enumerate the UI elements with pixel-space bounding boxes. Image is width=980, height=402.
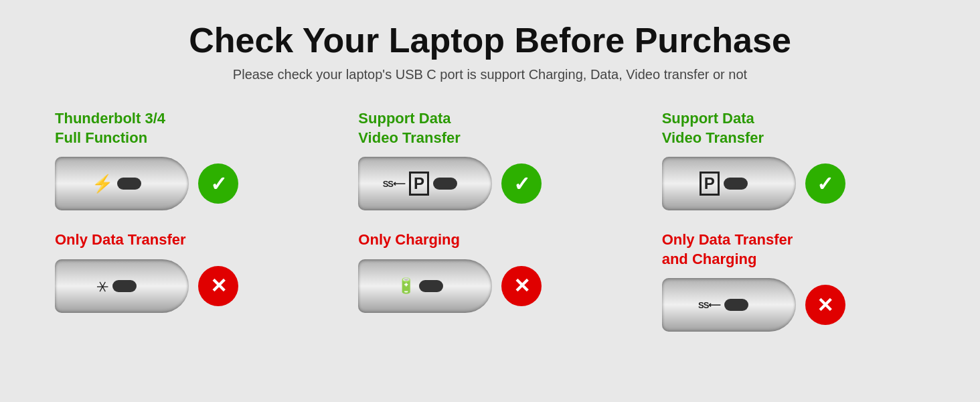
subtitle: Please check your laptop's USB C port is… <box>233 67 747 82</box>
port-usb: ⚹ <box>55 259 189 313</box>
ss-symbol-2: SS⟵ <box>698 300 720 310</box>
card-p-label: Support DataVideo Transfer <box>662 109 764 147</box>
badge-check-thunderbolt: ✓ <box>198 163 238 204</box>
port-p: P <box>662 157 796 210</box>
card-data-charging: Only Data Transferand Charging SS⟵ ✕ <box>662 230 925 332</box>
badge-x-data-charging: ✕ <box>805 285 845 325</box>
card-only-charging: Only Charging 🔋 ✕ <box>358 230 621 332</box>
card-only-data-visual: ⚹ ✕ <box>55 259 238 313</box>
ss-symbol: SS⟵ <box>383 179 405 189</box>
card-data-charging-label: Only Data Transferand Charging <box>662 230 793 269</box>
card-only-charging-visual: 🔋 ✕ <box>358 259 542 313</box>
card-thunderbolt-visual: ⚡ ✓ <box>55 157 238 210</box>
usbc-connector <box>117 178 141 190</box>
card-thunderbolt-label: Thunderbolt 3/4Full Function <box>55 109 165 147</box>
badge-check-p: ✓ <box>805 163 845 204</box>
card-data-charging-visual: SS⟵ ✕ <box>662 278 845 332</box>
port-thunderbolt: ⚡ <box>55 157 189 210</box>
usbc-connector-3 <box>724 178 748 190</box>
p-symbol: P <box>409 172 429 196</box>
usbc-connector-5 <box>419 280 443 292</box>
card-ssep-visual: SS⟵ P ✓ <box>358 157 542 210</box>
port-ss: SS⟵ <box>662 278 796 332</box>
port-ssep: SS⟵ P <box>358 157 492 210</box>
badge-check-ssep: ✓ <box>501 163 542 204</box>
card-ssep-label: Support DataVideo Transfer <box>358 109 460 147</box>
p-symbol-2: P <box>700 172 720 196</box>
main-title: Check Your Laptop Before Purchase <box>189 20 791 60</box>
card-p-visual: P ✓ <box>662 157 845 210</box>
card-ssep: Support DataVideo Transfer SS⟵ P ✓ <box>358 109 621 210</box>
battery-symbol: 🔋 <box>397 277 415 295</box>
badge-x-only-charging: ✕ <box>501 266 542 306</box>
card-thunderbolt: Thunderbolt 3/4Full Function ⚡ ✓ <box>55 109 318 210</box>
card-only-data: Only Data Transfer ⚹ ✕ <box>55 230 318 332</box>
port-battery: 🔋 <box>358 259 492 313</box>
card-p: Support DataVideo Transfer P ✓ <box>662 109 925 210</box>
card-only-data-label: Only Data Transfer <box>55 230 186 250</box>
usbc-connector-2 <box>433 178 457 190</box>
card-only-charging-label: Only Charging <box>358 230 460 250</box>
usb-symbol: ⚹ <box>96 277 108 295</box>
usbc-connector-6 <box>724 299 748 311</box>
card-grid: Thunderbolt 3/4Full Function ⚡ ✓ Support… <box>55 109 925 332</box>
badge-x-only-data: ✕ <box>198 266 238 306</box>
usbc-connector-4 <box>112 280 137 292</box>
thunder-symbol: ⚡ <box>92 174 113 194</box>
